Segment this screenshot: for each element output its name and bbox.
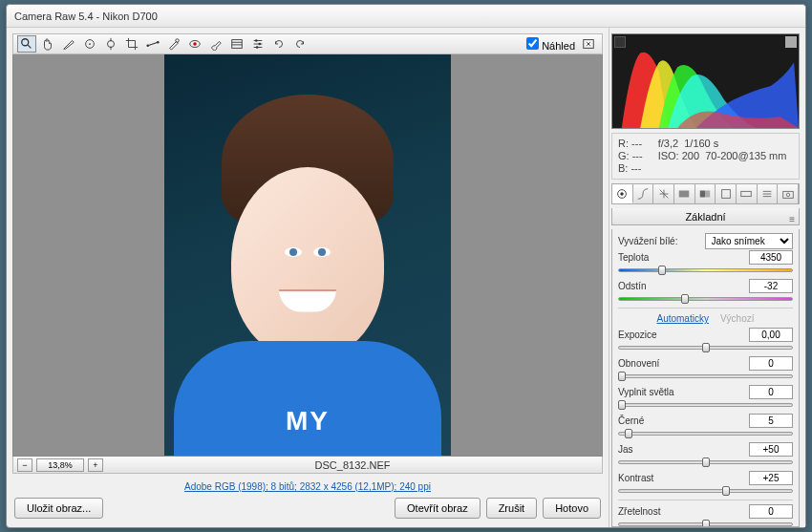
- svg-line-1: [28, 45, 32, 49]
- panel-title: Základní≡: [611, 208, 800, 225]
- svg-rect-25: [679, 191, 690, 198]
- svg-rect-28: [721, 190, 730, 199]
- zoom-tool-icon[interactable]: [17, 35, 36, 53]
- r-value: R: ---: [618, 138, 643, 150]
- contrast-value[interactable]: +25: [749, 471, 793, 485]
- window-title: Camera Raw 5.4 - Nikon D700: [14, 11, 158, 22]
- adjustment-brush-icon[interactable]: [206, 35, 225, 53]
- svg-point-20: [258, 43, 261, 46]
- svg-rect-33: [782, 191, 793, 198]
- straighten-tool-icon[interactable]: [143, 35, 162, 53]
- open-image-button[interactable]: Otevřít obraz: [395, 498, 481, 519]
- svg-point-24: [621, 192, 625, 196]
- auto-link[interactable]: Automaticky: [656, 313, 708, 324]
- blacks-value[interactable]: 5: [749, 414, 793, 428]
- brightness-slider[interactable]: [618, 458, 793, 467]
- clarity-slider[interactable]: [618, 520, 793, 527]
- svg-point-3: [89, 43, 91, 45]
- wb-label: Vyvážení bílé:: [618, 236, 701, 246]
- zoom-level[interactable]: 13,8%: [36, 458, 84, 472]
- temperature-slider[interactable]: [618, 266, 793, 275]
- tab-basic[interactable]: [612, 184, 633, 203]
- default-link[interactable]: Výchozí: [720, 313, 755, 324]
- temperature-value[interactable]: 4350: [749, 250, 793, 265]
- tab-snapshots[interactable]: [778, 184, 799, 203]
- fullscreen-icon[interactable]: [579, 35, 598, 53]
- svg-point-4: [108, 41, 115, 48]
- workflow-options: Adobe RGB (1998); 8 bitů; 2832 x 4256 (1…: [12, 478, 603, 495]
- recovery-value[interactable]: 0: [749, 356, 793, 371]
- svg-point-34: [786, 193, 790, 197]
- tab-detail[interactable]: [653, 184, 674, 203]
- b-value: B: ---: [618, 162, 643, 175]
- svg-line-7: [148, 42, 159, 46]
- tab-split[interactable]: [695, 184, 716, 203]
- shadow-clip-icon[interactable]: [614, 36, 626, 48]
- hand-tool-icon[interactable]: [38, 35, 57, 53]
- svg-rect-26: [700, 191, 705, 198]
- highlight-clip-icon[interactable]: [785, 36, 797, 48]
- svg-point-9: [157, 41, 160, 44]
- color-sampler-icon[interactable]: [80, 35, 99, 53]
- fill-light-value[interactable]: 0: [749, 385, 793, 399]
- svg-point-8: [146, 44, 149, 47]
- info-panel: R: --- G: --- B: --- f/3,2 1/160 s ISO: …: [611, 133, 800, 180]
- exposure-slider[interactable]: [618, 343, 793, 352]
- tab-lens[interactable]: [716, 184, 737, 203]
- histogram[interactable]: [611, 33, 800, 129]
- rotate-cw-icon[interactable]: [290, 35, 310, 53]
- wb-select[interactable]: Jako snímek: [705, 233, 794, 249]
- g-value: G: ---: [618, 150, 643, 162]
- svg-rect-13: [232, 40, 243, 49]
- tint-value[interactable]: -32: [749, 279, 793, 293]
- tab-presets[interactable]: [758, 184, 779, 203]
- photo: MY: [164, 54, 451, 456]
- contrast-slider[interactable]: [618, 486, 793, 496]
- zoom-in-button[interactable]: +: [88, 458, 103, 472]
- clarity-value[interactable]: 0: [749, 504, 793, 519]
- tab-hsl[interactable]: [674, 184, 695, 203]
- image-preview[interactable]: MY: [12, 54, 603, 457]
- filename-label: DSC_8132.NEF: [107, 459, 598, 471]
- svg-rect-27: [705, 191, 710, 198]
- panel-menu-icon[interactable]: ≡: [789, 211, 795, 228]
- target-adjustment-icon[interactable]: [101, 35, 120, 53]
- spot-removal-icon[interactable]: [164, 35, 183, 53]
- cancel-button[interactable]: Zrušit: [486, 498, 538, 519]
- red-eye-icon[interactable]: [185, 35, 204, 53]
- crop-tool-icon[interactable]: [122, 35, 141, 53]
- rotate-ccw-icon[interactable]: [269, 35, 288, 53]
- toolbar: Náhled: [12, 33, 603, 54]
- tab-calibration[interactable]: [737, 184, 758, 203]
- preview-checkbox[interactable]: Náhled: [526, 37, 575, 52]
- brightness-value[interactable]: +50: [749, 442, 793, 457]
- white-balance-tool-icon[interactable]: [59, 35, 78, 53]
- svg-rect-29: [741, 191, 752, 196]
- exposure-value[interactable]: 0,00: [749, 328, 793, 342]
- fill-light-slider[interactable]: [618, 400, 793, 410]
- svg-point-12: [193, 42, 197, 46]
- preferences-icon[interactable]: [248, 35, 267, 53]
- tint-slider[interactable]: [618, 294, 793, 304]
- svg-point-21: [256, 46, 259, 49]
- recovery-slider[interactable]: [618, 372, 793, 381]
- blacks-slider[interactable]: [618, 429, 793, 438]
- workflow-link[interactable]: Adobe RGB (1998); 8 bitů; 2832 x 4256 (1…: [184, 481, 431, 492]
- graduated-filter-icon[interactable]: [227, 35, 246, 53]
- save-image-button[interactable]: Uložit obraz...: [14, 498, 103, 519]
- svg-point-0: [22, 39, 29, 46]
- done-button[interactable]: Hotovo: [543, 498, 601, 519]
- zoom-out-button[interactable]: −: [17, 458, 32, 472]
- tab-curve[interactable]: [633, 184, 654, 203]
- camera-raw-window: Camera Raw 5.4 - Nikon D700 Náhled: [6, 4, 806, 528]
- svg-point-19: [255, 39, 258, 42]
- zoom-bar: − 13,8% + DSC_8132.NEF: [12, 457, 603, 474]
- panel-tabs: [611, 183, 800, 204]
- basic-panel: Vyvážení bílé:Jako snímek Teplota4350 Od…: [611, 229, 800, 527]
- titlebar: Camera Raw 5.4 - Nikon D700: [7, 5, 805, 28]
